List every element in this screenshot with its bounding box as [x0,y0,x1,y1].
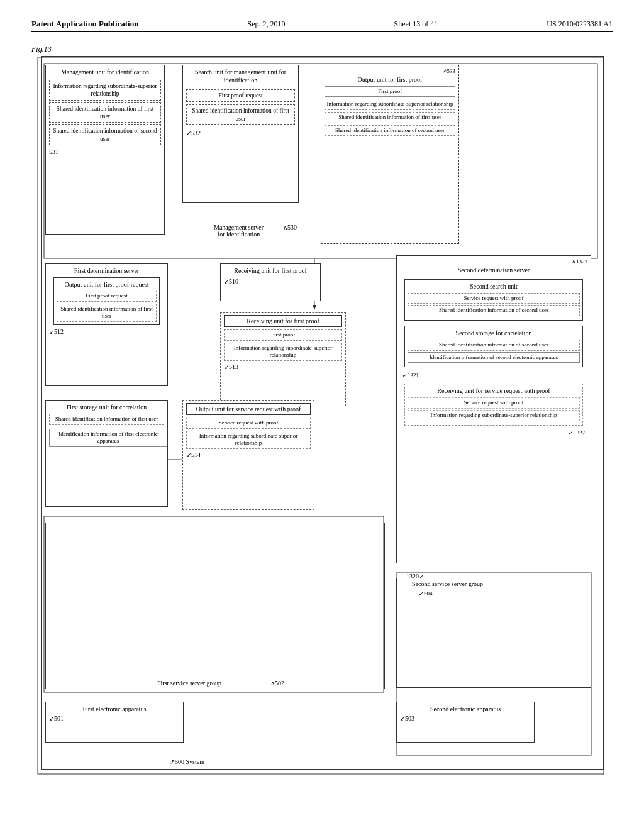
second-service-group-label: ↙504 [419,590,433,597]
output-service-label: ↙514 [186,451,311,459]
mgmt-unit-sub2: Shared identification information of fir… [49,102,161,123]
second-det-server-box: ∧1323 Second determination server Second… [396,255,591,563]
second-storage-sub2: Identification information of second ele… [408,352,579,363]
output-service-box: Output unit for service request with pro… [182,400,314,510]
receiving-513-proof: First proof [224,329,342,341]
first-storage-id: Identification information of first elec… [49,429,167,447]
search-unit-sub2: Shared identification information of fir… [186,104,295,125]
receiving-service-inner: Receiving unit for service request with … [404,384,582,425]
mgmt-unit-sub3: Shared identification information of sec… [49,124,161,145]
first-storage-shared: Shared identification information of fir… [49,414,164,425]
output-proof-num: ↗533 [325,68,455,75]
second-electronic-box: Second electronic apparatus ↙503 [396,702,535,743]
receiving-513-title-inner: Receiving unit for first proof [224,315,342,327]
receiving-513-label: ↙513 [224,363,342,371]
second-storage-title: Second storage for correlation [408,329,579,337]
output-proof-sub4: Shared identification information of sec… [325,125,455,136]
output-service-title: Output unit for service request with pro… [186,403,311,415]
search-unit-box: Search unit for management unit for iden… [182,65,299,203]
second-search-sub1: Service request with proof [408,293,579,304]
output-first-proof-box: ↗533 Output unit for first proof First p… [321,65,459,244]
page-header: Patent Application Publication Sep. 2, 2… [31,19,613,32]
receiving-service-sub2: Information regarding subordinate-superi… [408,410,579,421]
receiving-service-label: ↙1322 [400,429,585,437]
second-det-title: Second determination server [400,266,587,274]
first-det-output-inner: Output unit for first proof request Firs… [53,277,159,325]
second-search-sub2: Shared identification information of sec… [408,305,579,316]
publication-date: Sep. 2, 2010 [248,19,286,29]
second-storage-sub1: Shared identification information of sec… [408,340,579,351]
receiving-510-title: Receiving unit for first proof [224,267,317,275]
output-proof-title: Output unit for first proof [325,75,455,84]
second-search-inner: Second search unit Service request with … [404,279,582,321]
mgmt-unit-title: Management unit for identification [49,68,161,76]
second-electronic-title: Second electronic apparatus [400,706,531,712]
first-electronic-box: First electronic apparatus ↙501 [45,702,184,743]
search-unit-sub1: First proof request [186,89,295,102]
receiving-service-sub1: Service request with proof [408,397,579,409]
output-proof-sub2: Information regarding subordinate-superi… [325,99,455,110]
second-storage-inner: Second storage for correlation Shared id… [404,326,582,367]
receiving-510-box: Receiving unit for first proof ↙510 [220,263,321,301]
first-det-proof-req: First proof request [57,290,156,302]
label-1320: 1320↗ [406,573,424,580]
first-storage-box: First storage unit for correlation Share… [45,400,168,507]
svg-rect-2 [44,516,384,692]
mgmt-unit-sub1: Information regarding subordinate-superi… [49,80,161,101]
first-det-server-box: First determination server Output unit f… [45,263,168,386]
first-service-group-outline [45,523,385,689]
output-service-req: Service request with proof [186,418,311,429]
fig-label: Fig.13 [31,45,52,54]
first-service-group-label: ∧502 [270,680,284,687]
first-det-shared-id: Shared identification information of fir… [57,304,156,322]
second-electronic-label: ↙503 [400,715,531,722]
publication-title: Patent Application Publication [31,19,138,29]
second-det-num: ∧1323 [400,258,587,266]
sheet-info: Sheet 13 of 41 [394,19,438,29]
second-service-group-title: Second service server group [412,580,483,587]
mgmt-unit-box: Management unit for identification Infor… [45,65,165,235]
first-storage-title: First storage unit for correlation [49,403,164,411]
system-label: ↗500 System [170,758,204,765]
mgmt-server-num: ∧530 [283,224,297,231]
mgmt-unit-label: 531 [49,148,161,156]
search-unit-label: ↙532 [186,129,295,137]
first-service-group-title: First service server group [157,680,221,687]
diagram-area: Fig.13 [31,45,613,787]
second-storage-label: ↙1321 [402,372,587,380]
receiving-service-title: Receiving unit for service request with … [408,387,579,395]
output-proof-sub1: First proof [325,86,455,97]
output-service-info: Information regarding subordinate-superi… [186,431,311,449]
first-electronic-label: ↙501 [49,715,180,722]
second-search-title: Second search unit [408,282,579,290]
receiving-513-info: Information regarding subordinate-superi… [224,343,342,361]
mgmt-server-label: Management serverfor identification [214,224,264,238]
first-det-output-title: Output unit for first proof request [57,280,156,289]
first-det-title: First determination server [49,267,164,275]
output-proof-sub3: Shared identification information of fir… [325,112,455,123]
first-det-label: ↙512 [49,328,164,336]
patent-number: US 2010/0223381 A1 [547,19,613,29]
receiving-510-label: ↙510 [224,277,317,285]
receiving-513-box: Receiving unit for first proof First pro… [220,312,346,406]
first-electronic-title: First electronic apparatus [49,706,180,712]
search-unit-title: Search unit for management unit for iden… [186,68,295,84]
page: Patent Application Publication Sep. 2, 2… [0,0,644,830]
